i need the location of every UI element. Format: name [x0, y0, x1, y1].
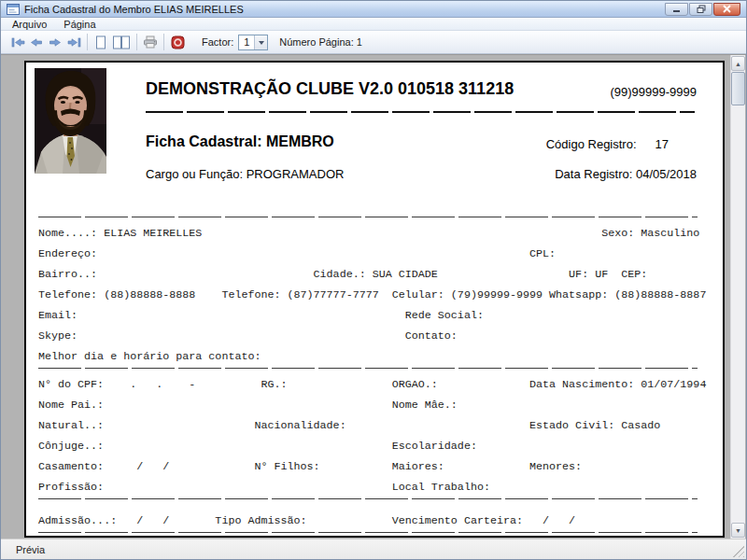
- next-page-button[interactable]: [46, 33, 64, 51]
- app-window: Ficha Cadastral do Membro ELIAS MEIRELLE…: [0, 0, 747, 560]
- form-divider: [38, 498, 698, 499]
- vertical-scrollbar[interactable]: ▲ ▼: [730, 55, 745, 539]
- minimize-button[interactable]: [665, 3, 688, 16]
- form-row-natural: Natural..: Nacionalidade: Estado Civil: …: [38, 415, 660, 436]
- form-row-profissao: Profissão: Local Trabalho:: [38, 477, 490, 497]
- form-row-melhor-dia: Melhor dia e horário para contato:: [38, 346, 261, 367]
- factor-value: 1: [239, 36, 254, 48]
- form-row-admissao: Admissão...: / / Tipo Admissão: Vencimen…: [38, 511, 575, 531]
- menu-pagina[interactable]: Página: [63, 19, 95, 30]
- scroll-up-button[interactable]: ▲: [731, 56, 745, 71]
- restore-button[interactable]: [689, 3, 712, 16]
- next-page-icon: [49, 37, 62, 48]
- window-title: Ficha Cadastral do Membro ELIAS MEIRELLE…: [24, 4, 665, 15]
- form-row-skype: Skype: Contato:: [38, 326, 458, 346]
- form-row-bairro: Bairro..: Cidade.: SUA CIDADE UF: UF CEP…: [38, 264, 647, 285]
- page-number-label: Número Página: 1: [279, 36, 362, 48]
- role-line: Cargo ou Função: PROGRAMADOR: [146, 167, 344, 181]
- minimize-icon: [672, 5, 681, 13]
- resize-grip-icon[interactable]: [733, 546, 744, 557]
- first-page-button[interactable]: [8, 33, 27, 51]
- registry-code: Código Registro: 17: [546, 137, 669, 151]
- title-underline: [146, 111, 695, 113]
- window-controls: [665, 3, 740, 16]
- single-page-view-button[interactable]: [92, 33, 110, 51]
- factor-label: Factor:: [202, 36, 233, 48]
- previous-page-button[interactable]: [27, 33, 46, 51]
- scroll-down-button[interactable]: ▼: [731, 523, 745, 538]
- scrollbar-thumb[interactable]: [731, 72, 745, 105]
- club-phone: (99)99999-9999: [610, 85, 697, 99]
- toolbar: Factor: 1 Número Página: 1: [1, 31, 746, 54]
- form-row-endereco: Endereço: CPL:: [38, 244, 556, 264]
- factor-dropdown-arrow-icon[interactable]: [254, 35, 267, 49]
- form-row-cpf: N° do CPF: . . - RG.: ORGAO.: Data Nasci…: [38, 374, 706, 395]
- app-icon: [7, 4, 20, 15]
- menubar: Arquivo Página: [1, 18, 746, 31]
- stop-icon: [171, 35, 185, 49]
- print-button[interactable]: [141, 33, 160, 51]
- close-preview-button[interactable]: [168, 33, 187, 51]
- registry-code-label: Código Registro:: [546, 137, 637, 151]
- club-title: DEMONSTRAÇÃO CLUBE V2.0 010518 311218: [146, 79, 514, 99]
- member-photo: [35, 68, 106, 174]
- preview-workspace: DEMONSTRAÇÃO CLUBE V2.0 010518 311218 (9…: [1, 54, 746, 539]
- statusbar: Prévia: [1, 539, 746, 559]
- toolbar-separator: [87, 34, 88, 50]
- first-page-icon: [11, 37, 25, 48]
- previous-page-icon: [30, 37, 43, 48]
- form-title: Ficha Cadastral: MEMBRO: [146, 133, 334, 150]
- menu-arquivo[interactable]: Arquivo: [12, 19, 47, 30]
- form-row-email: Email: Rede Social:: [38, 305, 484, 326]
- printer-icon: [143, 35, 158, 49]
- two-page-icon: [112, 35, 131, 49]
- document-page: DEMONSTRAÇÃO CLUBE V2.0 010518 311218 (9…: [24, 61, 725, 538]
- factor-select[interactable]: 1: [238, 35, 268, 50]
- toolbar-separator: [136, 34, 137, 50]
- close-icon: [723, 5, 731, 13]
- registry-code-value: 17: [655, 137, 669, 151]
- single-page-icon: [95, 35, 106, 49]
- two-page-view-button[interactable]: [110, 33, 133, 51]
- form-row-conjuge: Cônjuge..: Escolaridade:: [38, 436, 477, 456]
- last-page-icon: [67, 37, 81, 48]
- form-row-nome: Nome....: ELIAS MEIRELLES Sexo: Masculin…: [38, 223, 699, 244]
- registry-date: Data Registro: 04/05/2018: [555, 167, 697, 181]
- restore-icon: [697, 5, 706, 13]
- status-text: Prévia: [16, 544, 45, 555]
- form-row-pais: Nome Pai.: Nome Mâe.:: [38, 395, 458, 415]
- titlebar: Ficha Cadastral do Membro ELIAS MEIRELLE…: [1, 1, 746, 18]
- form-divider: [38, 217, 698, 217]
- toolbar-separator: [163, 34, 164, 50]
- form-row-telefones: Telefone: (88)88888-8888 Telefone: (87)7…: [38, 285, 706, 305]
- form-row-casamento: Casamento: / / N° Filhos: Maiores: Menor…: [38, 456, 582, 477]
- close-button[interactable]: [713, 3, 740, 16]
- last-page-button[interactable]: [64, 33, 83, 51]
- form-divider: [38, 368, 698, 369]
- form-divider: [38, 532, 698, 533]
